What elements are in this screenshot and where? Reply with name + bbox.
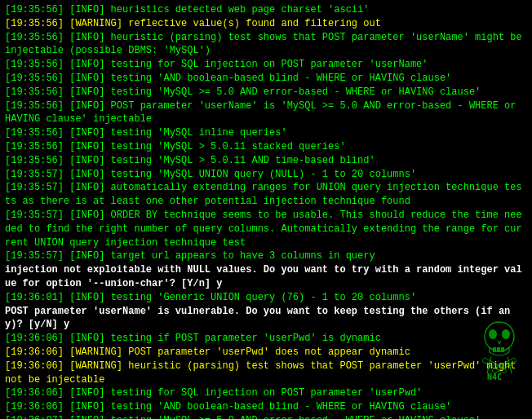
terminal-line: [19:35:56] [INFO] testing 'MySQL > 5.0.1…	[5, 140, 527, 154]
terminal-line: [19:36:06] [INFO] testing if POST parame…	[5, 332, 527, 346]
terminal-line: [19:35:57] [INFO] target url appears to …	[5, 249, 527, 263]
terminal-line: [19:36:06] [INFO] testing 'AND boolean-b…	[5, 400, 527, 414]
terminal-line: [19:35:56] [WARNING] reflective value(s)…	[5, 17, 527, 31]
svg-point-0	[485, 322, 514, 351]
terminal-line: [19:36:06] [WARNING] heuristic (parsing)…	[5, 359, 527, 387]
terminal-line: [19:35:56] [INFO] testing for SQL inject…	[5, 58, 527, 72]
terminal-line: [19:35:57] [INFO] testing 'MySQL UNION q…	[5, 168, 527, 182]
terminal-line: [19:35:57] [INFO] automatically extendin…	[5, 181, 527, 209]
terminal-window: [19:35:56] [INFO] heuristics detected we…	[0, 0, 532, 419]
terminal-line: [19:36:06] [INFO] testing for SQL inject…	[5, 386, 527, 400]
terminal-line: [19:35:56] [INFO] testing 'MySQL inline …	[5, 126, 527, 140]
terminal-line: POST parameter 'userName' is vulnerable.…	[5, 305, 527, 333]
svg-point-1	[489, 329, 497, 339]
terminal-line: [19:35:56] [INFO] testing 'AND boolean-b…	[5, 72, 527, 86]
terminal-line: [19:35:56] [INFO] heuristics detected we…	[5, 3, 527, 17]
terminal-line: [19:35:56] [INFO] POST parameter 'userNa…	[5, 99, 527, 127]
terminal-line: [19:35:56] [INFO] testing 'MySQL >= 5.0 …	[5, 86, 527, 99]
terminal-line: [19:36:01] [INFO] testing 'Generic UNION…	[5, 291, 527, 305]
svg-point-2	[502, 329, 510, 339]
svg-text:N4C: N4C	[487, 373, 502, 382]
terminal-line: [19:35:56] [INFO] heuristic (parsing) te…	[5, 31, 527, 59]
terminal-line: injection not exploitable with NULL valu…	[5, 263, 527, 291]
terminal-line: [19:35:56] [INFO] testing 'MySQL > 5.0.1…	[5, 154, 527, 168]
terminal-line: [19:35:57] [INFO] ORDER BY technique see…	[5, 209, 527, 249]
terminal-output: [19:35:56] [INFO] heuristics detected we…	[5, 3, 527, 419]
terminal-line: [19:36:06] [WARNING] POST parameter 'use…	[5, 346, 527, 359]
terminal-line: [19:36:07] [INFO] testing 'MySQL >= 5.0 …	[5, 414, 527, 419]
watermark: N4C	[475, 316, 524, 386]
